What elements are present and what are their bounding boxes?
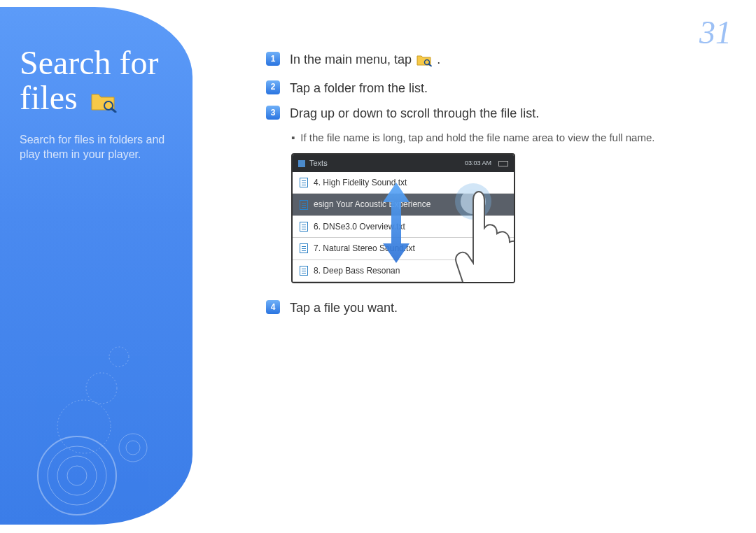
step-1: 1 In the main menu, tap . xyxy=(266,49,728,73)
svg-point-9 xyxy=(119,434,147,462)
document-icon xyxy=(300,243,308,253)
header-time: 03:03 AM xyxy=(465,158,491,169)
step-2: 2 Tap a folder from the list. xyxy=(266,78,728,99)
step-1-text: In the main menu, tap . xyxy=(290,49,440,73)
step-badge-2: 2 xyxy=(266,80,280,94)
file-name: esign Your Acoustic Experience xyxy=(314,197,430,211)
main-content: 1 In the main menu, tap . 2 Tap a folder… xyxy=(266,49,728,323)
document-icon xyxy=(300,178,308,187)
step-badge-4: 4 xyxy=(266,300,280,314)
title-line1: Search for xyxy=(20,44,159,81)
folder-search-icon xyxy=(90,84,117,119)
device-header: Texts 03:03 AM xyxy=(293,155,514,172)
file-name: 8. Deep Bass Resonan xyxy=(314,264,400,278)
folder-search-icon xyxy=(416,52,432,73)
svg-point-3 xyxy=(86,373,117,404)
page-title: Search for files xyxy=(20,45,173,120)
document-icon xyxy=(300,266,308,276)
step-3-note: ▪ If the file name is long, tap and hold… xyxy=(291,129,728,147)
title-line2: files xyxy=(20,79,78,116)
step-3: 3 Drag up or down to scroll through the … xyxy=(266,103,728,125)
svg-point-8 xyxy=(67,466,87,485)
step-4-text: Tap a file you want. xyxy=(290,297,398,319)
step-2-text: Tap a folder from the list. xyxy=(290,78,428,99)
sidebar: Search for files Search for files in fol… xyxy=(0,7,192,525)
document-icon xyxy=(300,200,308,210)
hand-pointer-icon xyxy=(447,179,515,283)
page-number: 31 xyxy=(699,14,732,51)
svg-point-7 xyxy=(57,456,97,495)
step-4: 4 Tap a file you want. xyxy=(266,297,728,319)
svg-point-5 xyxy=(38,436,116,515)
header-label: Texts xyxy=(309,157,328,170)
svg-point-6 xyxy=(48,446,106,505)
svg-point-2 xyxy=(109,347,129,367)
device-illustration: Texts 03:03 AM 4. High Fidelity Sound.tx… xyxy=(291,153,515,283)
document-icon xyxy=(300,222,308,232)
page-subtitle: Search for files in folders and play the… xyxy=(20,132,173,162)
step-3-text: Drag up or down to scroll through the fi… xyxy=(290,103,539,125)
step-badge-3: 3 xyxy=(266,106,280,120)
svg-line-1 xyxy=(111,108,115,112)
decorative-circles xyxy=(28,322,182,518)
step-3-note-text: If the file name is long, tap and hold t… xyxy=(300,129,654,147)
header-app-icon xyxy=(298,160,305,167)
svg-point-10 xyxy=(126,441,140,455)
scroll-arrow-icon xyxy=(380,183,412,263)
battery-icon xyxy=(498,161,508,166)
step-badge-1: 1 xyxy=(266,52,280,66)
bullet-icon: ▪ xyxy=(291,129,295,147)
